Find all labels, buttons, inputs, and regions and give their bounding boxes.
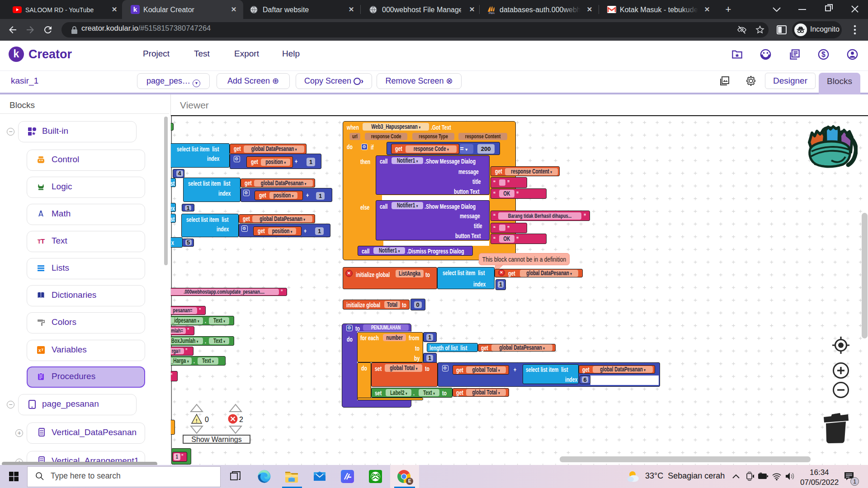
svg-text:0: 0: [205, 416, 209, 423]
svg-text:2: 2: [239, 416, 243, 423]
svg-text:x: x: [38, 348, 41, 353]
svg-text:y: y: [42, 347, 43, 351]
svg-text:$: $: [821, 51, 826, 58]
svg-text:!: !: [196, 418, 198, 423]
svg-text:PMA: PMA: [489, 12, 495, 14]
svg-text:T: T: [41, 237, 45, 245]
